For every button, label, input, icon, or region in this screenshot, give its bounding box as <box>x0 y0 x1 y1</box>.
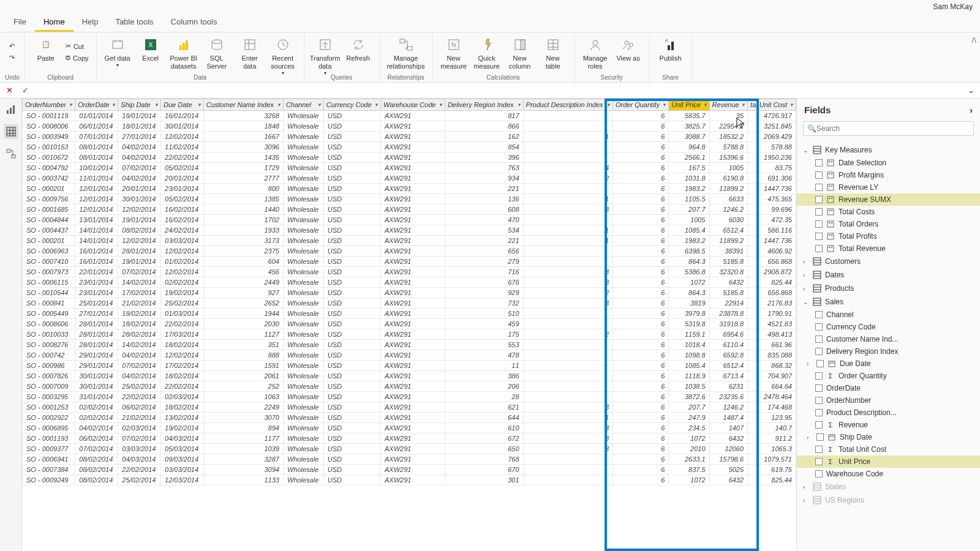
field-item[interactable]: Revenue SUMX <box>797 193 980 206</box>
field-item[interactable]: Total Costs <box>797 206 980 218</box>
model-view-button[interactable] <box>4 146 18 161</box>
field-checkbox[interactable] <box>815 335 823 343</box>
table-row[interactable]: SO - 000168512/01/201412/02/201416/02/20… <box>23 204 796 215</box>
field-checkbox[interactable] <box>815 372 823 380</box>
report-view-button[interactable] <box>4 102 18 117</box>
quick-measure-button[interactable]: Quick measure <box>471 34 503 73</box>
field-checkbox[interactable] <box>815 184 823 191</box>
field-item[interactable]: ›Due Date <box>797 358 980 370</box>
table-row[interactable]: SO - 000394907/01/201427/01/201412/02/20… <box>23 132 796 142</box>
get-data-button[interactable]: Get data▾ <box>102 34 134 71</box>
table-row[interactable]: SO - 000689504/02/201402/03/201419/02/20… <box>23 423 796 433</box>
filter-dropdown-icon[interactable]: ▾ <box>112 102 115 108</box>
table-row[interactable]: SO - 000924908/02/201425/02/201412/03/20… <box>23 475 796 485</box>
fields-search[interactable]: 🔍 <box>803 121 974 136</box>
tab-help[interactable]: Help <box>74 13 107 32</box>
table-row[interactable]: SO - 00084125/01/201421/02/201425/02/201… <box>23 298 796 309</box>
table-row[interactable]: SO - 000479210/01/201407/02/201405/02/20… <box>23 163 796 173</box>
search-input[interactable] <box>816 124 970 133</box>
field-item[interactable]: Customer Name Ind... <box>797 333 980 345</box>
field-item[interactable]: Date Selection <box>797 157 980 169</box>
formula-commit-button[interactable]: ✓ <box>20 85 31 96</box>
table-row[interactable]: SO - 000544927/01/201418/02/201401/03/20… <box>23 309 796 319</box>
field-item[interactable]: Product Description... <box>797 407 980 419</box>
field-checkbox[interactable] <box>815 348 823 355</box>
table-row[interactable]: SO - 000125302/02/201406/02/201418/02/20… <box>23 402 796 413</box>
table-row[interactable]: SO - 001015308/01/201404/02/201411/02/20… <box>23 142 796 152</box>
new-measure-button[interactable]: fxNew measure <box>438 34 470 73</box>
redo-button[interactable]: ↷ <box>7 53 17 63</box>
column-header[interactable]: Unit Price▾ <box>669 99 709 111</box>
formula-cancel-button[interactable]: ✕ <box>4 85 15 96</box>
column-header[interactable]: Order Quantity▾ <box>613 99 669 111</box>
filter-dropdown-icon[interactable]: ▾ <box>742 102 745 108</box>
field-item[interactable]: ΣRevenue <box>797 419 980 431</box>
filter-dropdown-icon[interactable]: ▾ <box>790 102 793 108</box>
data-table[interactable]: OrderNumber▾OrderDate▾Ship Date▾Due Date… <box>22 99 796 551</box>
recent-sources-button[interactable]: Recent sources▾ <box>267 34 299 79</box>
filter-dropdown-icon[interactable]: ▾ <box>318 102 321 108</box>
table-row[interactable]: SO - 000937707/02/201403/03/201405/03/20… <box>23 444 796 454</box>
column-header[interactable]: Product Description Index▾ <box>523 99 612 111</box>
table-row[interactable]: SO - 000611523/01/201414/02/201402/02/20… <box>23 277 796 288</box>
table-row[interactable]: SO - 000700930/01/201425/02/201422/02/20… <box>23 381 796 392</box>
field-table[interactable]: ⌄Key Measures <box>797 143 980 157</box>
column-header[interactable]: OrderDate▾ <box>75 99 118 111</box>
filter-dropdown-icon[interactable]: ▾ <box>375 102 378 108</box>
table-row[interactable]: SO - 001003328/01/201428/02/201417/03/20… <box>23 329 796 340</box>
copy-button[interactable]: ⧉Copy <box>63 53 91 63</box>
refresh-button[interactable]: Refresh <box>342 34 374 65</box>
filter-dropdown-icon[interactable]: ▾ <box>439 102 442 108</box>
column-header[interactable]: OrderNumber▾ <box>23 99 75 111</box>
tab-home[interactable]: Home <box>35 13 74 32</box>
column-header[interactable]: Currency Code▾ <box>323 99 380 111</box>
table-row[interactable]: SO - 000827628/01/201414/02/201418/02/20… <box>23 340 796 350</box>
field-item[interactable]: Revenue LY <box>797 181 980 193</box>
field-item[interactable]: ΣOrder Quantity <box>797 370 980 382</box>
table-row[interactable]: SO - 000975612/01/201430/01/201405/02/20… <box>23 194 796 204</box>
field-item[interactable]: ΣTotal Unit Cost <box>797 443 980 455</box>
field-item[interactable]: ›Ship Date <box>797 431 980 443</box>
filter-dropdown-icon[interactable]: ▾ <box>663 102 666 108</box>
field-checkbox[interactable] <box>815 233 823 240</box>
field-item[interactable]: ΣUnit Price <box>797 455 980 468</box>
field-item[interactable]: OrderNumber <box>797 394 980 407</box>
tab-table-tools[interactable]: Table tools <box>107 13 162 32</box>
table-row[interactable]: SO - 00020112/01/201420/01/201423/01/201… <box>23 184 796 194</box>
filter-dropdown-icon[interactable]: ▾ <box>198 102 201 108</box>
field-item[interactable]: OrderDate <box>797 382 980 394</box>
field-checkbox[interactable] <box>815 208 823 216</box>
field-item[interactable]: Warehouse Code <box>797 468 980 480</box>
paste-button[interactable]: 📋Paste <box>30 34 62 65</box>
column-header[interactable]: tal Unit Cost▾ <box>748 99 796 111</box>
table-row[interactable]: SO - 000443714/01/201408/02/201424/02/20… <box>23 225 796 236</box>
table-row[interactable]: SO - 000800606/01/201418/01/201430/01/20… <box>23 121 796 132</box>
field-checkbox[interactable] <box>815 446 823 453</box>
table-row[interactable]: SO - 000484413/01/201419/01/201416/02/20… <box>23 215 796 225</box>
tab-column-tools[interactable]: Column tools <box>162 13 226 32</box>
field-checkbox[interactable] <box>815 384 823 392</box>
filter-dropdown-icon[interactable]: ▾ <box>155 102 158 108</box>
column-header[interactable]: Customer Name Index▾ <box>203 99 283 111</box>
field-checkbox[interactable] <box>815 220 823 228</box>
field-item[interactable]: Total Revenue <box>797 242 980 255</box>
filter-dropdown-icon[interactable]: ▾ <box>277 102 281 108</box>
table-row[interactable]: SO - 000860628/01/201418/02/201422/02/20… <box>23 319 796 329</box>
table-row[interactable]: SO - 00098629/01/201407/02/201417/02/201… <box>23 361 796 371</box>
field-checkbox[interactable] <box>815 196 823 203</box>
field-checkbox[interactable] <box>815 397 823 404</box>
field-checkbox[interactable] <box>816 433 824 441</box>
table-row[interactable]: SO - 000329531/01/201422/02/201402/03/20… <box>23 392 796 402</box>
column-header[interactable]: Channel▾ <box>283 99 323 111</box>
tab-file[interactable]: File <box>5 13 35 32</box>
filter-dropdown-icon[interactable]: ▾ <box>518 102 521 108</box>
filter-dropdown-icon[interactable]: ▾ <box>607 102 610 108</box>
field-checkbox[interactable] <box>815 171 823 179</box>
table-row[interactable]: SO - 000741016/01/201419/01/201401/02/20… <box>23 257 796 267</box>
excel-button[interactable]: XExcel <box>135 34 167 65</box>
field-checkbox[interactable] <box>815 311 823 318</box>
table-row[interactable]: SO - 000374211/01/201404/02/201420/01/20… <box>23 173 796 184</box>
table-row[interactable]: SO - 000694108/02/201404/03/201409/03/20… <box>23 454 796 465</box>
table-row[interactable]: SO - 000111901/01/201418/01/201416/01/20… <box>23 111 796 121</box>
field-checkbox[interactable] <box>815 409 823 416</box>
